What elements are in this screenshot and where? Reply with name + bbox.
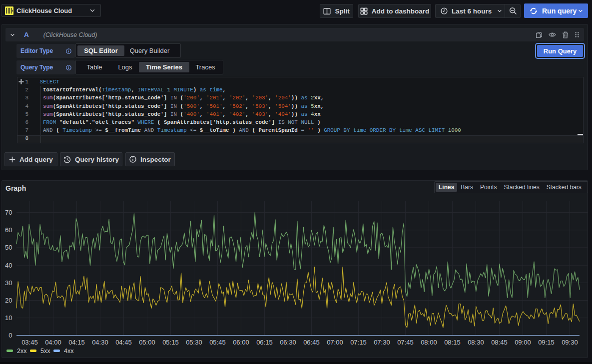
svg-text:06:30: 06:30 [280, 339, 296, 346]
svg-text:04:45: 04:45 [115, 339, 132, 346]
svg-text:0: 0 [8, 332, 12, 339]
svg-text:05:45: 05:45 [209, 339, 226, 346]
svg-text:20: 20 [5, 297, 12, 304]
svg-text:06:15: 06:15 [256, 339, 273, 346]
svg-text:06:45: 06:45 [303, 339, 320, 346]
svg-text:03:45: 03:45 [21, 339, 38, 346]
svg-text:04:30: 04:30 [92, 339, 108, 346]
svg-text:09:30: 09:30 [562, 339, 578, 346]
svg-text:30: 30 [5, 279, 12, 287]
svg-text:09:00: 09:00 [515, 339, 531, 346]
svg-text:40: 40 [5, 262, 12, 269]
svg-text:07:30: 07:30 [374, 339, 390, 346]
svg-text:10: 10 [5, 314, 12, 322]
svg-text:08:45: 08:45 [491, 339, 508, 346]
svg-text:07:45: 07:45 [397, 339, 414, 346]
svg-text:08:15: 08:15 [444, 339, 461, 346]
svg-text:07:00: 07:00 [327, 339, 343, 346]
svg-text:07:15: 07:15 [350, 339, 367, 346]
svg-text:05:00: 05:00 [139, 339, 155, 346]
svg-text:08:30: 08:30 [468, 339, 484, 346]
svg-text:05:15: 05:15 [162, 339, 179, 346]
svg-text:08:00: 08:00 [421, 339, 437, 346]
svg-text:05:30: 05:30 [186, 339, 202, 346]
svg-text:70: 70 [5, 209, 12, 216]
svg-text:09:15: 09:15 [538, 339, 555, 346]
svg-text:60: 60 [5, 226, 12, 234]
svg-text:06:00: 06:00 [233, 339, 249, 346]
svg-text:04:00: 04:00 [45, 339, 61, 346]
svg-text:50: 50 [5, 244, 12, 251]
svg-text:04:15: 04:15 [68, 339, 85, 346]
